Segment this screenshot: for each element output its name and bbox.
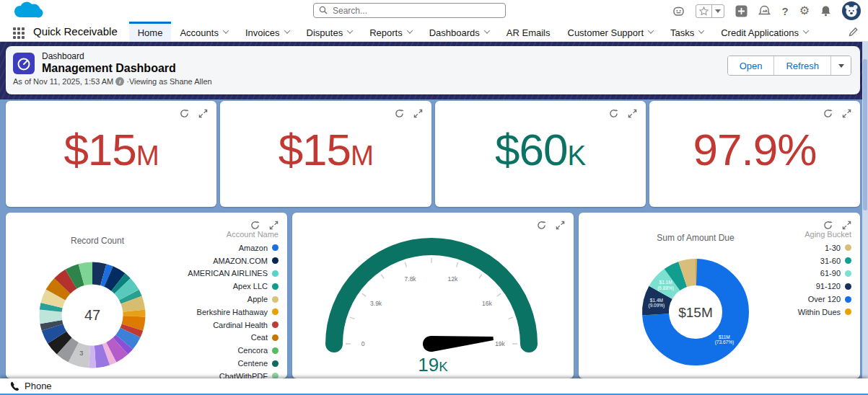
- tab-ar-emails[interactable]: AR Emails: [498, 22, 559, 41]
- donut-slice[interactable]: [131, 300, 134, 311]
- favorites-caret-icon[interactable]: [711, 5, 724, 17]
- viewing-as: ·Viewing as Shane Allen: [126, 77, 211, 86]
- tab-home[interactable]: Home: [129, 22, 172, 41]
- donut-slice[interactable]: [106, 352, 111, 355]
- salesforce-logo[interactable]: [12, 1, 45, 25]
- tab-reports[interactable]: Reports: [361, 22, 421, 41]
- info-icon[interactable]: i: [115, 77, 124, 86]
- legend-item-american-airlines[interactable]: AMERICAN AIRLINES: [149, 267, 279, 280]
- refresh-icon[interactable]: [180, 109, 189, 118]
- tab-label: AR Emails: [507, 27, 551, 38]
- donut-slice[interactable]: [64, 346, 74, 352]
- expand-icon[interactable]: [842, 221, 851, 230]
- donut-slice[interactable]: [71, 275, 81, 279]
- card-header: [435, 101, 646, 118]
- kpi-card-current-due: $60K: [435, 101, 646, 207]
- tab-customer-support[interactable]: Customer Support: [559, 22, 662, 41]
- legend-item-91-120[interactable]: 91-120: [772, 280, 851, 293]
- global-actions-plus-icon[interactable]: [735, 5, 748, 17]
- tab-credit-applications[interactable]: Credit Applications: [712, 22, 817, 41]
- legend-item-31-60[interactable]: 31-60: [772, 254, 851, 267]
- open-button[interactable]: Open: [728, 56, 774, 75]
- refresh-icon[interactable]: [250, 221, 260, 230]
- donut-slice[interactable]: [95, 355, 106, 357]
- tab-accounts[interactable]: Accounts: [171, 22, 236, 41]
- pencil-edit-icon[interactable]: [849, 27, 858, 40]
- expand-icon[interactable]: [413, 109, 423, 118]
- legend-item-within-dues[interactable]: Within Dues: [772, 306, 851, 319]
- donut-slice[interactable]: [109, 277, 118, 283]
- search-input[interactable]: [313, 3, 506, 18]
- donut-slice[interactable]: [118, 283, 123, 286]
- expand-icon[interactable]: [556, 221, 565, 230]
- gear-icon[interactable]: ⚙: [799, 5, 810, 17]
- donut-slice[interactable]: [120, 342, 124, 346]
- donut-slice[interactable]: [103, 275, 108, 277]
- legend-item-apex-llc[interactable]: Apex LLC: [149, 280, 279, 293]
- tab-tasks[interactable]: Tasks: [662, 22, 712, 41]
- donut-slice[interactable]: [111, 346, 120, 352]
- donut-slice[interactable]: [132, 316, 134, 327]
- donut-slice[interactable]: [51, 322, 53, 328]
- gauge-tick-label: 12k: [448, 275, 458, 283]
- utility-bar-phone[interactable]: Phone: [0, 378, 868, 395]
- einstein-icon[interactable]: [672, 6, 685, 17]
- page-scrollbar[interactable]: [862, 42, 868, 378]
- refresh-icon[interactable]: [395, 109, 404, 118]
- tab-disputes[interactable]: Disputes: [298, 22, 361, 41]
- legend-item-apple[interactable]: Apple: [149, 293, 279, 306]
- donut-slice[interactable]: [672, 274, 683, 280]
- legend-item-cencora[interactable]: Cencora: [149, 344, 279, 357]
- legend-item-over-120[interactable]: Over 120: [772, 293, 851, 306]
- donut-slice[interactable]: [123, 286, 129, 295]
- refresh-icon[interactable]: [537, 221, 546, 230]
- help-icon[interactable]: ?: [781, 5, 788, 17]
- expand-icon[interactable]: [628, 109, 637, 118]
- donut-slice[interactable]: [92, 273, 103, 275]
- notifications-bell-icon[interactable]: [820, 5, 831, 17]
- tab-dashboards[interactable]: Dashboards: [421, 22, 498, 41]
- donut-slice[interactable]: [124, 332, 130, 342]
- expand-icon[interactable]: [198, 109, 208, 118]
- legend-item-amazon[interactable]: Amazon: [149, 241, 279, 254]
- legend-item-ceat[interactable]: Ceat: [149, 332, 279, 345]
- legend-item-berkshire-hathaway[interactable]: Berkshire Hathaway: [149, 306, 279, 319]
- refresh-icon[interactable]: [609, 109, 618, 118]
- refresh-button[interactable]: Refresh: [773, 56, 830, 75]
- legend-label: AMERICAN AIRLINES: [188, 269, 268, 278]
- legend-item-61-90[interactable]: 61-90: [772, 267, 851, 280]
- user-avatar[interactable]: [842, 1, 861, 20]
- donut-slice[interactable]: [131, 327, 133, 332]
- legend-color-dot: [272, 309, 279, 315]
- chevron-down-icon: [223, 27, 229, 33]
- donut-slice[interactable]: [57, 337, 64, 346]
- legend-color-dot: [272, 283, 279, 290]
- favorites-button[interactable]: [696, 4, 724, 18]
- kpi-card-total-ar: $15M: [6, 101, 216, 207]
- dashboard-actions: Open Refresh: [727, 56, 851, 76]
- donut-slice[interactable]: [56, 286, 62, 295]
- legend-item-1-30[interactable]: 1-30: [772, 241, 851, 254]
- donut-slice[interactable]: [683, 272, 696, 274]
- legend-item-centene[interactable]: Centene: [149, 357, 279, 370]
- donut-slice[interactable]: [53, 327, 58, 337]
- refresh-icon[interactable]: [823, 109, 833, 118]
- donut-slice[interactable]: [52, 295, 56, 306]
- more-actions-caret-button[interactable]: [830, 56, 851, 75]
- star-icon[interactable]: [696, 5, 711, 17]
- donut-slice[interactable]: [129, 295, 131, 300]
- app-launcher-icon[interactable]: [13, 27, 25, 39]
- donut-slice[interactable]: [51, 311, 51, 321]
- expand-icon[interactable]: [269, 221, 279, 230]
- tab-invoices[interactable]: Invoices: [237, 22, 298, 41]
- phone-icon: [9, 381, 19, 391]
- legend-item-cardinal-health[interactable]: Cardinal Health: [149, 319, 279, 332]
- guidance-center-icon[interactable]: [758, 5, 771, 17]
- donut-slice[interactable]: [82, 273, 92, 275]
- donut-slice[interactable]: [51, 306, 51, 311]
- card-footer: [435, 200, 646, 207]
- legend-item-amazon-com[interactable]: AMAZON.COM: [149, 254, 279, 267]
- expand-icon[interactable]: [842, 109, 851, 118]
- refresh-icon[interactable]: [823, 221, 833, 230]
- donut-slice[interactable]: [62, 279, 71, 286]
